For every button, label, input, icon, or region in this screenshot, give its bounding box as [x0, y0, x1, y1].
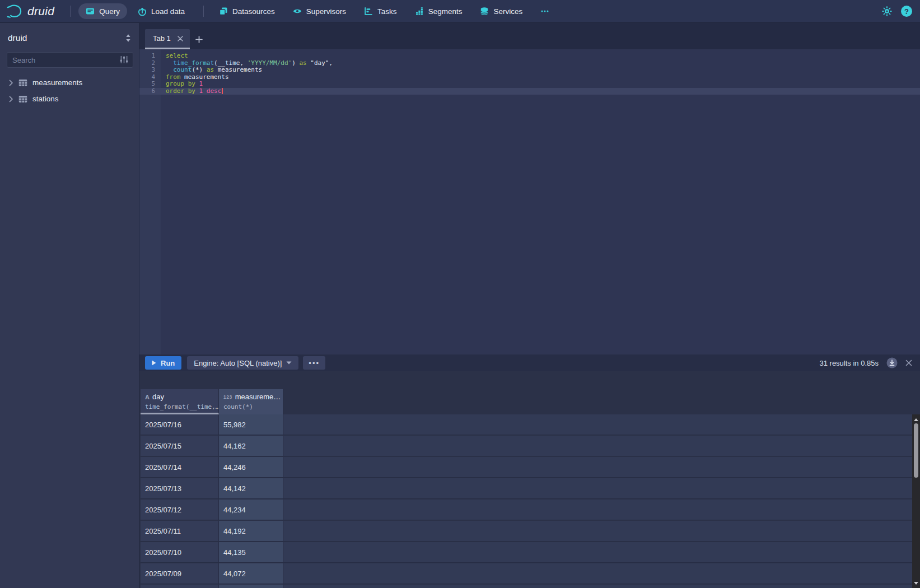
navbar-divider [70, 6, 71, 17]
cell-measurements[interactable]: 44,246 [219, 457, 283, 478]
cell-measurements[interactable]: 44,135 [219, 542, 283, 563]
nav-item-services[interactable]: Services [473, 3, 530, 19]
tree-item-stations[interactable]: stations [7, 91, 133, 107]
druid-logo[interactable]: druid [6, 3, 54, 19]
help-icon[interactable]: ? [901, 6, 912, 17]
cell-measurements[interactable]: 44,162 [219, 436, 283, 456]
navbar-divider [203, 6, 204, 17]
results-summary: 31 results in 0.85s [819, 359, 879, 367]
code-line-4[interactable]: 4from measurements [139, 74, 920, 81]
cell-day[interactable]: 2025/07/09 [141, 563, 219, 584]
row-filler [283, 414, 920, 435]
navbar-items: QueryLoad dataDatasourcesSupervisorsTask… [78, 0, 560, 22]
engine-select-button[interactable]: Engine: Auto [SQL (native)] [187, 356, 298, 370]
cell-day[interactable]: 2025/07/12 [141, 500, 219, 520]
results-scrollbar[interactable] [912, 414, 920, 588]
results-panel: A day time_format(__time,… 123 measureme… [139, 371, 920, 588]
cell-day[interactable]: 2025/07/16 [141, 414, 219, 435]
cell-day[interactable]: 2025/07/15 [141, 436, 219, 456]
line-number: 4 [139, 74, 161, 81]
nav-item-query[interactable]: Query [78, 3, 127, 19]
column-header-day[interactable]: A day time_format(__time,… [141, 389, 219, 414]
cell-day[interactable]: 2025/07/14 [141, 457, 219, 478]
schema-picker[interactable]: druid [7, 31, 133, 45]
scroll-up-arrow[interactable] [912, 416, 920, 423]
tree-item-measurements[interactable]: measurements [7, 74, 133, 91]
double-caret-vertical-icon [125, 34, 131, 43]
schema-label: druid [8, 33, 27, 43]
cell-day[interactable]: 2025/07/10 [141, 542, 219, 563]
download-results-icon[interactable] [886, 357, 898, 368]
column-expression: count(*) [223, 403, 283, 410]
code-line-3[interactable]: 3 count(*) as measurements [139, 67, 920, 74]
line-number: 5 [139, 81, 161, 88]
row-filler [283, 585, 920, 588]
tab-close-icon[interactable] [178, 36, 183, 41]
row-filler [283, 542, 920, 563]
row-filler [283, 500, 920, 520]
engine-label: Engine: Auto [SQL (native)] [194, 359, 282, 367]
console-icon [86, 7, 95, 16]
code-line-6[interactable]: 6order by 1 desc [139, 88, 920, 95]
scrollbar-thumb[interactable] [914, 423, 918, 478]
tab-query-1[interactable]: Tab 1 [145, 29, 190, 49]
cell-day[interactable]: 2025/07/11 [141, 521, 219, 542]
row-filler [283, 478, 920, 499]
search-input[interactable] [7, 52, 133, 68]
table-row: 2025/07/1344,142 [141, 478, 920, 500]
cell-measurements[interactable]: 44,142 [219, 478, 283, 499]
play-icon [152, 360, 156, 366]
line-number: 1 [139, 53, 161, 60]
table-icon [18, 95, 27, 103]
scroll-down-arrow[interactable] [912, 579, 920, 587]
more-icon [540, 7, 549, 16]
run-button-label: Run [161, 359, 175, 367]
logo-text: druid [27, 4, 54, 18]
nav-item-supervisors[interactable]: Supervisors [286, 3, 353, 19]
column-expression: time_format(__time,… [145, 403, 218, 410]
nav-item-datasources[interactable]: Datasources [212, 3, 282, 19]
gear-icon[interactable] [882, 6, 892, 16]
chevron-right-icon [9, 96, 13, 102]
sql-editor[interactable]: 1select2 time_format(__time, 'YYYY/MM/dd… [139, 49, 920, 354]
string-type-icon: A [145, 394, 150, 400]
cell-day[interactable]: 2025/07/13 [141, 478, 219, 499]
caret-down-icon [286, 361, 292, 365]
close-results-icon[interactable] [905, 360, 912, 366]
nav-item-more[interactable] [533, 3, 557, 19]
query-tabbar: Tab 1 [139, 23, 920, 49]
table-row: 2025/07/1044,135 [141, 542, 920, 563]
code-line-5[interactable]: 5group by 1 [139, 81, 920, 88]
sql-code: 1select2 time_format(__time, 'YYYY/MM/dd… [139, 49, 920, 95]
nav-item-label: Query [99, 7, 120, 16]
code-text: order by 1 desc [161, 88, 223, 95]
column-name: measureme… [235, 393, 281, 401]
line-number-gutter [139, 49, 161, 354]
row-filler [283, 521, 920, 542]
nav-item-label: Load data [151, 7, 185, 16]
filter-sliders-icon[interactable] [119, 55, 129, 64]
cell-measurements[interactable]: 44,234 [219, 500, 283, 520]
table-row: 2025/07/1544,162 [141, 436, 920, 457]
row-filler [283, 563, 920, 584]
cell-measurements[interactable]: 44,072 [219, 563, 283, 584]
top-navbar: druid QueryLoad dataDatasourcesSuperviso… [0, 0, 920, 23]
tree-item-label: stations [32, 95, 59, 103]
nav-item-tasks[interactable]: Tasks [357, 3, 404, 19]
line-number: 2 [139, 60, 161, 67]
cell-day [141, 585, 219, 588]
cell-measurements [219, 585, 283, 588]
cell-measurements[interactable]: 55,982 [219, 414, 283, 435]
nav-item-segments[interactable]: Segments [408, 3, 470, 19]
run-button[interactable]: Run [145, 356, 181, 370]
query-more-button[interactable]: ••• [303, 356, 325, 370]
database-icon [480, 7, 489, 16]
nav-item-load-data[interactable]: Load data [130, 3, 192, 19]
column-header-measurements[interactable]: 123 measureme… count(*) [219, 389, 283, 414]
nav-item-label: Datasources [232, 7, 275, 16]
text-cursor [222, 88, 223, 94]
new-tab-button[interactable] [190, 29, 209, 49]
tree-item-label: measurements [32, 78, 82, 87]
datasource-sidebar: druid measurementsstations [0, 23, 139, 588]
cell-measurements[interactable]: 44,192 [219, 521, 283, 542]
